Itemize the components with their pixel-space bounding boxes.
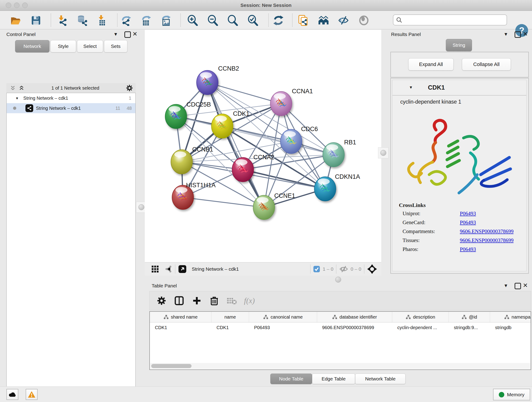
- network-view-title: String Network – cdk1: [192, 266, 239, 272]
- column-header-canonical-name[interactable]: canonical name: [249, 312, 317, 322]
- column-header-@id[interactable]: @id: [449, 312, 490, 322]
- tab-network[interactable]: Network: [15, 40, 50, 52]
- tab-node-table[interactable]: Node Table: [270, 374, 312, 384]
- collapse-all-networks-icon[interactable]: [10, 85, 16, 91]
- zoom-out-icon[interactable]: [207, 15, 218, 26]
- crosslink-link[interactable]: P06493: [460, 220, 476, 225]
- table-horizontal-scrollbar[interactable]: [150, 363, 530, 369]
- expand-all-networks-icon[interactable]: [18, 85, 25, 91]
- table-options-gear-icon[interactable]: [157, 296, 166, 305]
- memory-button[interactable]: Memory: [493, 389, 530, 400]
- save-session-icon[interactable]: [31, 15, 41, 26]
- scrollbar-thumb[interactable]: [151, 364, 191, 368]
- export-network-icon[interactable]: [121, 15, 132, 26]
- table-cell[interactable]: stringdb: [490, 322, 531, 332]
- results-panel-float-icon[interactable]: ▼: [504, 32, 508, 37]
- crosslink-link[interactable]: 9606.ENSP00000378699: [460, 229, 514, 235]
- crosslink-label: Tissues:: [403, 237, 460, 243]
- control-panel-float-icon[interactable]: ▼: [114, 32, 118, 37]
- show-columns-icon[interactable]: [174, 296, 184, 306]
- table-panel-float-icon[interactable]: ▼: [504, 283, 508, 288]
- tab-style[interactable]: Style: [51, 40, 76, 52]
- export-table-icon[interactable]: [141, 15, 152, 26]
- import-network-database-icon[interactable]: [76, 15, 87, 26]
- node-CDK1[interactable]: CDK1: [211, 110, 249, 138]
- tab-network-table[interactable]: Network Table: [355, 374, 405, 384]
- export-image-icon[interactable]: [161, 15, 172, 26]
- crosslink-link[interactable]: 9606.ENSP00000378699: [460, 237, 514, 243]
- zoom-in-icon[interactable]: [187, 15, 198, 26]
- table-panel-maximize-icon[interactable]: [515, 283, 521, 289]
- edge-CCNA2-CDKN1A[interactable]: [243, 170, 325, 189]
- birds-eye-view-icon[interactable]: [165, 265, 172, 273]
- cloud-button[interactable]: [6, 389, 18, 400]
- network-options-gear-icon[interactable]: [126, 85, 133, 91]
- network-canvas[interactable]: CCNB2 CCNA1 CDC25B CDK1 CDC6 RB1 CCNB1 C…: [145, 30, 381, 262]
- results-tab-string[interactable]: String: [446, 39, 472, 51]
- gene-expander-icon[interactable]: ▼: [409, 85, 413, 90]
- warnings-button[interactable]: [26, 389, 38, 400]
- create-column-plus-icon[interactable]: [192, 296, 201, 305]
- detach-view-icon[interactable]: [178, 265, 187, 274]
- column-header-namespace[interactable]: namespace: [490, 312, 531, 322]
- gene-section-header[interactable]: ▼ CDK1: [393, 80, 526, 96]
- tab-edge-table[interactable]: Edge Table: [312, 374, 355, 384]
- column-header-label: @id: [469, 314, 477, 320]
- search-input[interactable]: [404, 17, 507, 23]
- table-cell[interactable]: P06493: [249, 322, 317, 332]
- import-table-file-icon[interactable]: [96, 15, 108, 26]
- table-cell[interactable]: CDK1: [211, 322, 249, 332]
- import-network-file-icon[interactable]: [57, 15, 68, 26]
- results-panel-close-icon[interactable]: ✕: [523, 31, 528, 38]
- zoom-fit-icon[interactable]: [227, 15, 238, 26]
- column-header-database-identifier[interactable]: database identifier: [317, 312, 392, 322]
- tab-select[interactable]: Select: [77, 40, 103, 52]
- node-CCNB1[interactable]: CCNB1: [171, 146, 213, 174]
- column-header-name[interactable]: name: [211, 312, 249, 322]
- hide-selected-icon[interactable]: [338, 15, 349, 26]
- node-RB1[interactable]: RB1: [323, 139, 356, 167]
- table-panel-close-icon[interactable]: ✕: [523, 282, 528, 289]
- edge-CCNE1-HIST1H1A[interactable]: [183, 197, 264, 207]
- table-cell[interactable]: cyclin-dependent ...: [392, 322, 449, 332]
- collection-expander-icon[interactable]: ▼: [15, 96, 19, 100]
- refresh-view-icon[interactable]: [273, 15, 284, 26]
- table-cell[interactable]: 9606.ENSP00000378699: [317, 322, 392, 332]
- column-header-label: database identifier: [340, 314, 377, 320]
- expand-all-button[interactable]: Expand All: [408, 58, 454, 70]
- node-HIST1H1A[interactable]: HIST1H1A: [172, 182, 215, 210]
- grid-view-icon[interactable]: [151, 265, 159, 273]
- network-collection-row[interactable]: ▼ String Network – cdk1 1: [7, 93, 135, 103]
- node-label-CDKN1A: CDKN1A: [335, 173, 360, 180]
- first-neighbors-icon[interactable]: [318, 15, 329, 26]
- open-session-icon[interactable]: [10, 15, 21, 26]
- toolbar-separator: [51, 13, 51, 27]
- node-CCNE1[interactable]: CCNE1: [253, 192, 295, 220]
- table-cell[interactable]: CDK1: [150, 322, 211, 332]
- edge-CCNB2-CCNA1[interactable]: [207, 83, 281, 104]
- column-header-description[interactable]: description: [392, 312, 449, 322]
- node-CDKN1A[interactable]: CDKN1A: [314, 173, 360, 201]
- network-row-selected[interactable]: String Network – cdk1 11 48: [7, 103, 135, 113]
- control-panel-maximize-icon[interactable]: [124, 32, 131, 38]
- show-all-icon[interactable]: [358, 15, 369, 26]
- fit-content-crosshair-icon[interactable]: [367, 264, 377, 274]
- table-row[interactable]: CDK1CDK1P064939606.ENSP00000378699cyclin…: [150, 322, 531, 332]
- clone-network-icon[interactable]: [298, 15, 309, 26]
- tab-sets[interactable]: Sets: [104, 40, 127, 52]
- collapse-all-button[interactable]: Collapse All: [462, 58, 511, 70]
- edge-CCNB2-CCNE1[interactable]: [207, 83, 264, 207]
- selected-checkbox-icon[interactable]: [313, 266, 320, 273]
- node-label-CCNB2: CCNB2: [218, 65, 239, 72]
- table-cell[interactable]: stringdb:9...: [449, 322, 490, 332]
- column-header-shared-name[interactable]: shared name: [150, 312, 211, 322]
- zoom-selected-icon[interactable]: [247, 15, 258, 26]
- horizontal-splitter-handle[interactable]: [335, 277, 341, 283]
- crosslink-link[interactable]: P06493: [460, 246, 476, 252]
- node-CCNA1[interactable]: CCNA1: [270, 88, 313, 116]
- results-panel-maximize-icon[interactable]: [515, 32, 521, 38]
- delete-column-trash-icon[interactable]: [210, 296, 219, 305]
- crosslink-link[interactable]: P06493: [460, 211, 476, 217]
- control-panel-close-icon[interactable]: ✕: [133, 31, 138, 38]
- right-splitter-handle[interactable]: [378, 147, 389, 158]
